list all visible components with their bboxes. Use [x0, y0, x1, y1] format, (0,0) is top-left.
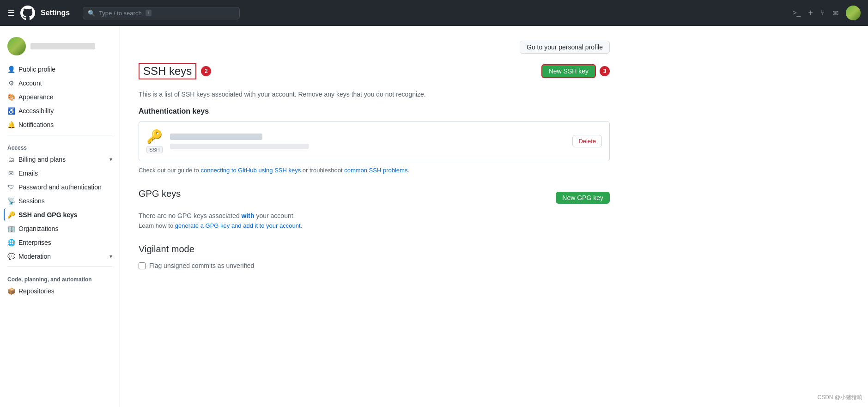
search-icon: 🔍	[88, 10, 95, 17]
sidebar-item-moderation[interactable]: 💬 Moderation ▾	[4, 250, 116, 263]
gear-icon: ⚙	[7, 79, 15, 87]
sidebar-divider-1	[7, 135, 112, 135]
ssh-guide-link[interactable]: connecting to GitHub using SSH keys	[200, 167, 301, 174]
page-layout: 👤 Public profile ⚙ Account 🎨 Appearance …	[0, 26, 868, 407]
code-section-label: Code, planning, and automation	[0, 271, 120, 285]
gpg-title: GPG keys	[139, 188, 181, 199]
enterprises-label: Enterprises	[18, 239, 51, 246]
generate-gpg-link[interactable]: generate a GPG key and add it to your ac…	[175, 222, 301, 229]
sessions-label: Sessions	[18, 197, 45, 205]
key-details	[170, 134, 565, 149]
user-avatar[interactable]	[846, 6, 861, 20]
password-label: Password and authentication	[18, 183, 102, 191]
no-keys-suffix: your account.	[255, 212, 295, 219]
inbox-icon[interactable]: ✉	[832, 9, 838, 18]
vigilant-title: Vigilant mode	[139, 244, 610, 255]
repositories-label: Repositories	[18, 287, 55, 295]
public-profile-label: Public profile	[18, 66, 55, 73]
no-keys-with: with	[242, 212, 255, 219]
brush-icon: 🎨	[7, 93, 15, 101]
sidebar-item-emails[interactable]: ✉ Emails	[4, 167, 116, 180]
delete-key-button[interactable]: Delete	[572, 135, 602, 147]
sidebar: 👤 Public profile ⚙ Account 🎨 Appearance …	[0, 26, 120, 407]
accessibility-label: Accessibility	[18, 107, 54, 115]
guide-suffix: .	[407, 167, 409, 174]
gpg-section: GPG keys New GPG key There are no GPG ke…	[139, 188, 610, 229]
ssh-title: SSH keys	[139, 63, 196, 79]
sidebar-item-public-profile[interactable]: 👤 Public profile	[4, 63, 116, 76]
accessibility-icon: ♿	[7, 107, 15, 115]
guide-text: Check out our guide to connecting to Git…	[139, 167, 610, 174]
no-gpg-keys-text: There are no GPG keys associated with yo…	[139, 212, 610, 219]
vigilant-checkbox[interactable]	[139, 262, 146, 269]
billing-label: Billing and plans	[18, 156, 66, 163]
key-name-blur	[170, 134, 262, 140]
key-type-label: SSH	[146, 146, 163, 153]
chevron-down-icon-2: ▾	[109, 253, 112, 260]
go-to-profile-button[interactable]: Go to your personal profile	[520, 41, 610, 54]
sidebar-item-organizations[interactable]: 🏢 Organizations	[4, 222, 116, 235]
sidebar-code-nav: 📦 Repositories	[0, 285, 120, 298]
sidebar-profile	[0, 37, 120, 63]
ssh-section-header: SSH keys 2 New SSH key 3	[139, 63, 610, 79]
organizations-label: Organizations	[18, 225, 58, 232]
plus-icon[interactable]: +	[808, 8, 813, 18]
moderation-icon: 💬	[7, 253, 15, 260]
watermark: CSDN @小猪猪响	[817, 394, 862, 401]
guide-prefix: Check out our guide to	[139, 167, 200, 174]
main-content: Go to your personal profile SSH keys 2 N…	[120, 26, 628, 407]
globe-icon: 🌐	[7, 239, 15, 246]
learn-suffix: .	[301, 222, 303, 229]
billing-icon: 🗂	[7, 156, 15, 163]
sidebar-item-repositories[interactable]: 📦 Repositories	[4, 285, 116, 298]
terminal-icon[interactable]: >_	[792, 9, 801, 17]
search-bar[interactable]: 🔍 Type / to search /	[83, 7, 240, 19]
ssh-description: This is a list of SSH keys associated wi…	[139, 91, 610, 98]
search-placeholder: Type / to search	[99, 10, 142, 17]
sidebar-item-account[interactable]: ⚙ Account	[4, 77, 116, 90]
sidebar-item-appearance[interactable]: 🎨 Appearance	[4, 91, 116, 103]
notifications-label: Notifications	[18, 121, 54, 128]
new-ssh-key-button[interactable]: New SSH key	[541, 64, 596, 78]
github-logo[interactable]	[20, 6, 35, 20]
bell-icon: 🔔	[7, 121, 15, 128]
ssh-title-wrap: SSH keys 2	[139, 63, 211, 79]
settings-title: Settings	[41, 9, 70, 17]
ssh-count-badge: 2	[201, 66, 211, 76]
ssh-key-card: 🔑 SSH Delete	[139, 121, 610, 161]
sidebar-item-sessions[interactable]: 📡 Sessions	[4, 194, 116, 207]
chevron-down-icon: ▾	[109, 156, 112, 163]
vigilant-checkbox-row[interactable]: Flag unsigned commits as unverified	[139, 262, 610, 269]
sidebar-item-billing[interactable]: 🗂 Billing and plans ▾	[4, 153, 116, 166]
learn-prefix: Learn how to	[139, 222, 175, 229]
sidebar-item-password[interactable]: 🛡 Password and authentication	[4, 181, 116, 194]
auth-keys-heading: Authentication keys	[139, 107, 610, 115]
sidebar-item-ssh-gpg[interactable]: 🔑 SSH and GPG keys	[4, 208, 116, 221]
key-visual-icon: 🔑	[146, 129, 163, 144]
sidebar-item-enterprises[interactable]: 🌐 Enterprises	[4, 236, 116, 249]
sidebar-nav-list: 👤 Public profile ⚙ Account 🎨 Appearance …	[0, 63, 120, 131]
person-icon: 👤	[7, 66, 15, 73]
email-icon: ✉	[7, 170, 15, 177]
hamburger-icon[interactable]: ☰	[7, 8, 15, 18]
account-label: Account	[18, 79, 42, 87]
ssh-gpg-label: SSH and GPG keys	[18, 211, 78, 219]
new-ssh-badge: 3	[600, 66, 610, 76]
ssh-problems-link[interactable]: common SSH problems	[344, 167, 407, 174]
fork-icon[interactable]: ⑂	[820, 9, 825, 17]
sidebar-item-notifications[interactable]: 🔔 Notifications	[4, 118, 116, 131]
top-navigation: ☰ Settings 🔍 Type / to search / >_ + ⑂ ✉	[0, 0, 868, 26]
new-gpg-key-button[interactable]: New GPG key	[556, 192, 610, 204]
sidebar-divider-2	[7, 267, 112, 267]
sidebar-item-accessibility[interactable]: ♿ Accessibility	[4, 104, 116, 117]
key-icon-wrap: 🔑 SSH	[146, 129, 163, 153]
sidebar-access-nav: 🗂 Billing and plans ▾ ✉ Emails 🛡 Passwor…	[0, 153, 120, 263]
no-keys-prefix: There are no GPG keys associated	[139, 212, 242, 219]
access-section-label: Access	[0, 139, 120, 153]
guide-middle: or troubleshoot	[301, 167, 344, 174]
vigilant-section: Vigilant mode Flag unsigned commits as u…	[139, 244, 610, 269]
search-slash: /	[146, 10, 152, 16]
avatar	[7, 37, 26, 55]
moderation-label: Moderation	[18, 253, 51, 260]
org-icon: 🏢	[7, 225, 15, 232]
